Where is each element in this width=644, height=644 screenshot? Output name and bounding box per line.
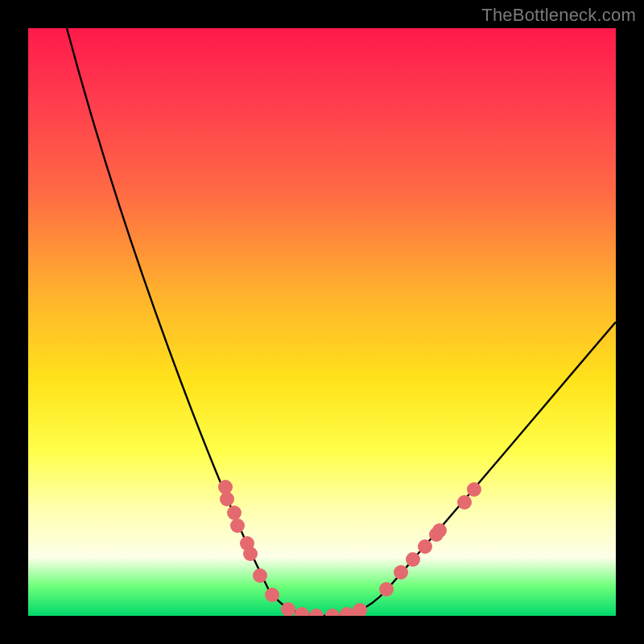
data-marker [467, 482, 481, 497]
data-marker [325, 609, 340, 616]
data-marker [265, 588, 279, 602]
data-marker [230, 518, 245, 533]
data-marker [418, 539, 432, 554]
data-marker [457, 495, 472, 510]
data-marker [353, 603, 367, 616]
data-marker [227, 506, 242, 520]
data-marker [432, 523, 447, 538]
data-marker [295, 607, 309, 616]
marker-layer [218, 480, 481, 616]
plot-area [28, 28, 616, 616]
data-marker [253, 568, 267, 583]
data-marker [243, 547, 258, 561]
data-marker [309, 609, 324, 616]
bottleneck-svg [28, 28, 616, 616]
data-marker [394, 565, 408, 580]
data-marker [340, 607, 354, 616]
data-marker [406, 552, 420, 567]
data-marker [220, 492, 234, 506]
chart-frame: TheBottleneck.com [0, 0, 644, 644]
data-marker [379, 582, 394, 597]
bottleneck-curve [67, 28, 616, 616]
watermark-label: TheBottleneck.com [481, 5, 636, 26]
